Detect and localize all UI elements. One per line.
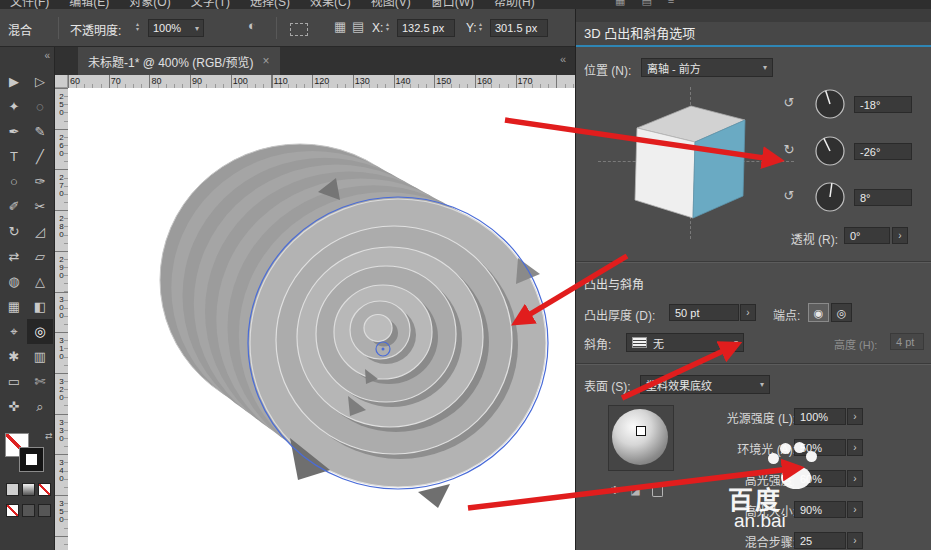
rotate-y-input[interactable]: -26° (854, 143, 912, 160)
none-button[interactable] (38, 483, 51, 496)
gradient-tool[interactable]: ◧ (27, 294, 53, 319)
ambient-light-input[interactable]: 50% (794, 439, 846, 456)
close-icon[interactable]: × (263, 54, 270, 68)
cap-solid-button[interactable]: ◉ (808, 303, 829, 322)
none-swatch[interactable] (6, 504, 19, 517)
scale-tool[interactable]: ◿ (27, 219, 53, 244)
menu-item[interactable]: 对象(O) (129, 0, 170, 9)
selection-tool[interactable]: ▶ (1, 69, 27, 94)
hand-tool[interactable]: ✜ (1, 394, 27, 419)
curvature-tool[interactable]: ✎ (27, 119, 53, 144)
rotate-tool[interactable]: ↻ (1, 219, 27, 244)
chevron-down-icon[interactable]: ▾ (191, 24, 199, 33)
pen-tool[interactable]: ✒ (1, 119, 27, 144)
x-stepper[interactable]: ▴ ▾ (386, 22, 389, 32)
perspective-stepper-button[interactable]: › (892, 227, 908, 244)
rotate-z-input[interactable]: 8° (854, 189, 912, 206)
menu-item[interactable]: 效果(C) (310, 0, 351, 9)
menu-extra-icon[interactable]: ▦ (615, 0, 625, 7)
document-setup-icon[interactable]: ◐ (248, 18, 256, 33)
blend-steps-input[interactable]: 25 (794, 532, 846, 549)
paintbrush-tool[interactable]: ✑ (27, 169, 53, 194)
blend-steps-stepper-button[interactable]: › (847, 532, 863, 549)
zoom-tool[interactable]: ⌕ (27, 394, 53, 419)
x-input[interactable]: 132.5 px (397, 19, 455, 37)
stepper-down-icon[interactable]: ▾ (136, 27, 139, 32)
document-tab[interactable]: 未标题-1* @ 400% (RGB/预览) × (78, 47, 280, 75)
opacity-input[interactable]: 100% ▾ (148, 19, 204, 37)
gradient-button[interactable] (22, 483, 35, 496)
y-stepper[interactable]: ▴ ▾ (479, 22, 482, 32)
rotation-dials[interactable] (811, 86, 849, 212)
artboard-tool[interactable]: ▭ (1, 369, 27, 394)
dock-expand-button[interactable]: « (560, 53, 566, 65)
menu-item[interactable]: 文件(F) (10, 0, 49, 9)
grid-icon[interactable]: ▦ (334, 19, 346, 34)
tool-icon: ⌖ (10, 324, 17, 339)
swap-fill-stroke-icon[interactable]: ⇄ (45, 431, 53, 441)
menu-extra-icon[interactable]: ▤ (641, 0, 651, 7)
scissors-tool[interactable]: ✂ (27, 194, 53, 219)
ambient-light-stepper-button[interactable]: › (847, 439, 863, 456)
horizontal-ruler[interactable]: 60708090100110120130140150160170 (68, 75, 575, 88)
highlight-intensity-input[interactable]: 60% (794, 470, 846, 487)
stepper-down-icon[interactable]: ▾ (479, 27, 482, 32)
new-light-icon[interactable]: ✱ (610, 484, 619, 497)
lasso-tool[interactable]: ◌ (27, 94, 53, 119)
slice-tool[interactable]: ✄ (27, 369, 53, 394)
direct-selection-tool[interactable]: ▷ (27, 69, 53, 94)
menu-extra-icon[interactable]: ≡ (668, 0, 674, 7)
position-dropdown[interactable]: 离轴 - 前方 ▾ (641, 58, 773, 77)
perspective-input[interactable]: 0° (844, 227, 890, 244)
cube-preview[interactable] (609, 86, 779, 238)
type-tool[interactable]: T (1, 144, 27, 169)
mesh-tool[interactable]: ▦ (1, 294, 27, 319)
stroke-swatch[interactable] (20, 448, 43, 471)
highlight-size-input[interactable]: 90% (794, 501, 846, 518)
shape-builder-tool[interactable]: ◍ (1, 269, 27, 294)
rotate-x-input[interactable]: -18° (854, 96, 912, 113)
draw-behind-button[interactable] (38, 504, 51, 517)
line-tool[interactable]: ╱ (27, 144, 53, 169)
color-button[interactable] (6, 483, 19, 496)
y-value: 301.5 px (495, 22, 537, 34)
magic-wand-tool[interactable]: ✦ (1, 94, 27, 119)
toolbar-collapse-button[interactable]: « (44, 50, 50, 61)
symbol-sprayer-tool[interactable]: ✱ (1, 344, 27, 369)
ruler-origin-box[interactable] (55, 75, 68, 88)
menu-item[interactable]: 文字(T) (191, 0, 230, 9)
menu-item[interactable]: 选择(S) (250, 0, 290, 9)
highlight-size-stepper-button[interactable]: › (847, 501, 863, 518)
stepper-down-icon[interactable]: ▾ (386, 27, 389, 32)
draw-normal-button[interactable] (22, 504, 35, 517)
light-intensity-input[interactable]: 100% (794, 408, 846, 425)
light-intensity-stepper-button[interactable]: › (847, 408, 863, 425)
column-graph-tool[interactable]: ▥ (27, 344, 53, 369)
y-input[interactable]: 301.5 px (490, 19, 548, 37)
bevel-dropdown[interactable]: 无 ▾ (626, 333, 744, 352)
free-transform-tool[interactable]: ▱ (27, 244, 53, 269)
opacity-stepper[interactable]: ▴ ▾ (136, 22, 139, 32)
ellipse-tool[interactable]: ○ (1, 169, 27, 194)
extrude-depth-input[interactable]: 50 pt (669, 304, 739, 321)
bounding-box-icon[interactable] (290, 23, 308, 36)
cap-hollow-button[interactable]: ◎ (831, 303, 852, 322)
blend-tool[interactable]: ◎ (27, 319, 53, 344)
menu-item[interactable]: 编辑(E) (69, 0, 109, 9)
width-tool[interactable]: ⇄ (1, 244, 27, 269)
menu-item[interactable]: 帮助(H) (494, 0, 535, 9)
menu-item[interactable]: 窗口(W) (431, 0, 474, 9)
extrude-depth-stepper-button[interactable]: › (740, 304, 756, 321)
eyedropper-tool[interactable]: ⌖ (1, 319, 27, 344)
ruler-number: 130 (353, 75, 394, 88)
canvas-artwork-3d-disc[interactable] (68, 88, 575, 550)
align-icon[interactable]: ▤ (352, 19, 364, 34)
surface-dropdown[interactable]: 塑料效果底纹 ▾ (640, 375, 770, 394)
menu-item[interactable]: 视图(V) (371, 0, 411, 9)
vertical-ruler[interactable]: 250260270280290300310320330340350 (55, 88, 68, 550)
cube-front-face[interactable] (635, 128, 695, 218)
perspective-grid-tool[interactable]: △ (27, 269, 53, 294)
light-handle[interactable] (636, 426, 646, 436)
highlight-intensity-stepper-button[interactable]: › (847, 470, 863, 487)
pencil-tool[interactable]: ✐ (1, 194, 27, 219)
